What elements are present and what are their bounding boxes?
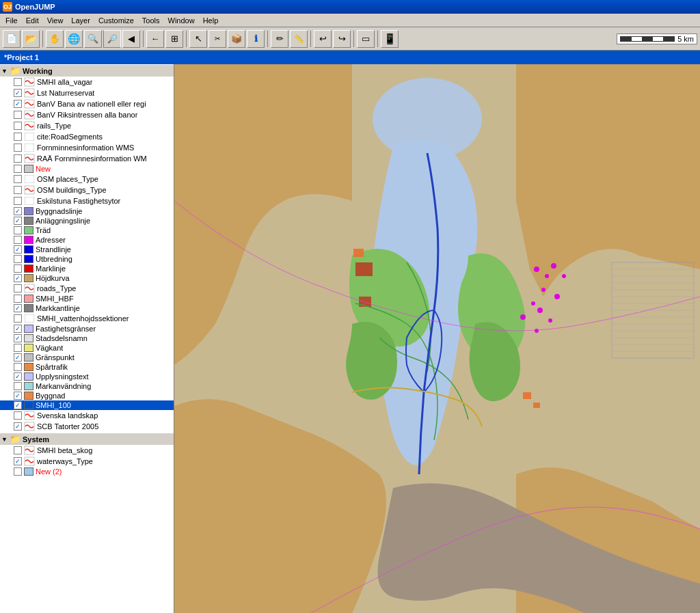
group-header-working[interactable]: ▼📁Working [0, 65, 174, 77]
layer-checkbox[interactable] [14, 325, 22, 333]
layer-item[interactable]: Markanvändning [0, 381, 174, 391]
layer-checkbox[interactable] [14, 284, 22, 292]
phone-btn[interactable]: 📱 [381, 30, 399, 48]
layer-checkbox[interactable] [14, 122, 22, 130]
layer-item[interactable]: Träd [0, 226, 174, 235]
layer-checkbox[interactable] [14, 457, 22, 465]
layer-item[interactable]: SMHI alla_vagar [0, 77, 174, 87]
layer-item[interactable]: Adresser [0, 235, 174, 245]
menu-help[interactable]: Help [199, 16, 223, 25]
layer-item[interactable]: Vägkant [0, 343, 174, 353]
fence-btn[interactable]: ✂ [208, 30, 226, 48]
zoom-box-btn[interactable]: ⊞ [165, 30, 183, 48]
layer-checkbox[interactable] [14, 78, 22, 86]
map-area[interactable] [174, 64, 700, 613]
layer-item[interactable]: SMHI_HBF [0, 294, 174, 303]
layer-checkbox[interactable] [14, 401, 22, 409]
zoom-in-btn[interactable]: 🔍 [84, 30, 102, 48]
arrow-left-btn[interactable]: ← [146, 30, 164, 48]
layer-checkbox[interactable] [14, 236, 22, 244]
layer-checkbox[interactable] [14, 422, 22, 431]
menu-layer[interactable]: Layer [67, 16, 94, 25]
menu-file[interactable]: File [1, 16, 22, 25]
layer-item[interactable]: Höjdkurva [0, 273, 174, 283]
layer-item[interactable]: Lst Naturreservat [0, 87, 174, 98]
layer-checkbox[interactable] [14, 314, 22, 323]
globe-btn[interactable]: 🌐 [65, 30, 83, 48]
info-btn[interactable]: ℹ [247, 30, 265, 48]
redo-btn[interactable]: ↪ [333, 30, 351, 48]
menu-edit[interactable]: Edit [22, 16, 43, 25]
layer-checkbox[interactable] [14, 467, 22, 476]
layer-item[interactable]: SMHI_100 [0, 400, 174, 410]
menu-customize[interactable]: Customize [94, 16, 138, 25]
layer-item[interactable]: Svenska landskap [0, 410, 174, 421]
3d-btn[interactable]: 📦 [228, 30, 245, 48]
layer-checkbox[interactable] [14, 304, 22, 312]
layer-item[interactable]: SMHI beta_skog [0, 445, 174, 456]
layer-item[interactable]: RAÄ Fornminnesinformation WM [0, 153, 174, 164]
layer-checkbox[interactable] [14, 100, 22, 108]
layer-checkbox[interactable] [14, 133, 22, 141]
layer-checkbox[interactable] [14, 217, 22, 225]
layer-item[interactable]: Byggnad [0, 391, 174, 400]
layer-item[interactable]: rails_Type [0, 120, 174, 131]
layer-checkbox[interactable] [14, 382, 22, 390]
layer-item[interactable]: SCB Tatorter 2005 [0, 421, 174, 432]
select-btn[interactable]: ↖ [189, 30, 207, 48]
layer-checkbox[interactable] [14, 334, 22, 342]
pan-tool-btn[interactable]: ✋ [46, 30, 64, 48]
layer-item[interactable]: Marklinje [0, 264, 174, 273]
rect-btn[interactable]: ▭ [357, 30, 375, 48]
layer-item[interactable]: Anläggningslinje [0, 216, 174, 226]
layer-item[interactable]: cite:RoadSegments [0, 131, 174, 142]
layer-item[interactable]: Eskilstuna Fastighetsytor [0, 195, 174, 206]
layer-checkbox[interactable] [14, 89, 22, 97]
layer-item[interactable]: New [0, 164, 174, 174]
undo-btn[interactable]: ↩ [314, 30, 332, 48]
layer-checkbox[interactable] [14, 226, 22, 234]
layer-checkbox[interactable] [14, 245, 22, 254]
new-file-btn[interactable]: 📄 [3, 30, 21, 48]
layer-checkbox[interactable] [14, 392, 22, 400]
layer-checkbox[interactable] [14, 353, 22, 362]
open-file-btn[interactable]: 📂 [22, 30, 40, 48]
layer-checkbox[interactable] [14, 363, 22, 371]
layer-item[interactable]: SMHI_vattenhojdssektioner [0, 313, 174, 324]
layer-checkbox[interactable] [14, 411, 22, 420]
layer-item[interactable]: Gränspunkt [0, 353, 174, 362]
layer-item[interactable]: OSM places_Type [0, 174, 174, 185]
layer-checkbox[interactable] [14, 186, 22, 194]
layer-item[interactable]: roads_Type [0, 283, 174, 294]
layer-item[interactable]: Fastighetsgränser [0, 324, 174, 333]
layer-checkbox[interactable] [14, 175, 22, 183]
layer-checkbox[interactable] [14, 197, 22, 205]
menu-view[interactable]: View [43, 16, 68, 25]
layer-item[interactable]: Strandlinje [0, 245, 174, 254]
edit-geom-btn[interactable]: ✏ [271, 30, 288, 48]
layer-item[interactable]: Markkantlinje [0, 303, 174, 313]
layer-item[interactable]: BanV Riksintressen alla banor [0, 109, 174, 120]
layer-checkbox[interactable] [14, 144, 22, 152]
layer-checkbox[interactable] [14, 372, 22, 381]
layer-item[interactable]: Fornminnesinformation WMS [0, 142, 174, 153]
layer-checkbox[interactable] [14, 111, 22, 119]
layer-checkbox[interactable] [14, 165, 22, 173]
layer-checkbox[interactable] [14, 295, 22, 303]
menu-tools[interactable]: Tools [138, 16, 164, 25]
layer-checkbox[interactable] [14, 274, 22, 282]
layer-item[interactable]: Byggnadslinje [0, 206, 174, 216]
layer-checkbox[interactable] [14, 264, 22, 273]
measure-btn[interactable]: 📏 [290, 30, 308, 48]
layer-item[interactable]: waterways_Type [0, 456, 174, 467]
layer-checkbox[interactable] [14, 255, 22, 263]
layer-item[interactable]: Upplysningstext [0, 372, 174, 381]
layer-item[interactable]: Stadsdelsnamn [0, 333, 174, 343]
layer-item[interactable]: New (2) [0, 467, 174, 476]
layer-checkbox[interactable] [14, 207, 22, 215]
menu-window[interactable]: Window [164, 16, 199, 25]
zoom-out-btn[interactable]: 🔍 [103, 30, 121, 48]
layer-item[interactable]: BanV Bana av nationell eller regi [0, 98, 174, 109]
layer-item[interactable]: OSM buildings_Type [0, 185, 174, 195]
layer-item[interactable]: Spårtrafik [0, 362, 174, 372]
